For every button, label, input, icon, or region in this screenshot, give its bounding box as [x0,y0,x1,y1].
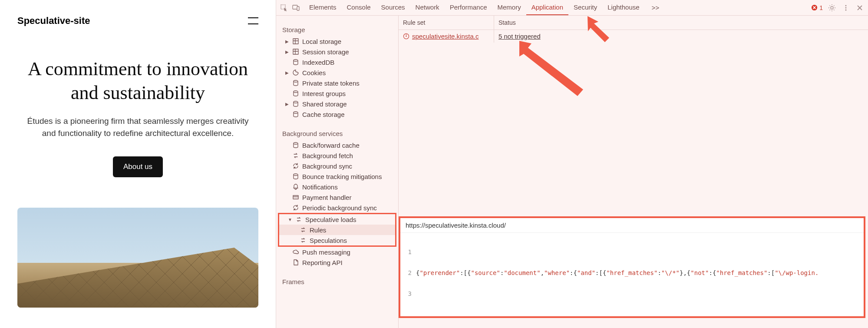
site-hero: A commitment to innovation and sustainab… [17,57,258,177]
code-body[interactable]: 1 2{"prerender":[{"source":"document","w… [400,233,864,316]
sidebar-item-speculative-loads[interactable]: ▼ Speculative loads [279,214,395,225]
tab-lighthouse[interactable]: Lighthouse [602,0,644,15]
sidebar-section-frames: Frames [276,275,398,288]
devtools-tabs: ElementsConsoleSourcesNetworkPerformance… [304,0,645,15]
application-sidebar[interactable]: Storage ▶Local storage▶Session storage▶I… [276,16,399,328]
column-rule-set[interactable]: Rule set [399,16,494,30]
sidebar-item-bounce-tracking-mitigations[interactable]: ▶Bounce tracking mitigations [276,171,398,182]
doc-icon [292,258,300,266]
sidebar-item-notifications[interactable]: ▶Notifications [276,182,398,192]
settings-icon[interactable] [827,3,837,13]
cell-rule-set[interactable]: speculativesite.kinsta.c [399,30,494,43]
sidebar-item-local-storage[interactable]: ▶Local storage [276,36,398,46]
sidebar-item-label: Periodic background sync [302,204,377,212]
tab-sources[interactable]: Sources [376,0,410,15]
sidebar-item-label: Cookies [302,69,326,76]
sidebar-item-cookies[interactable]: ▶Cookies [276,67,398,78]
db-icon [292,89,300,97]
sidebar-item-label: Local storage [302,38,341,45]
sidebar-item-label: Interest groups [302,90,346,97]
grid-icon [292,37,300,45]
swap-icon [292,152,300,159]
error-count-badge[interactable]: 1 [811,4,823,11]
device-toolbar-icon[interactable] [292,3,300,12]
tab-elements[interactable]: Elements [304,0,342,15]
rules-table-row[interactable]: speculativesite.kinsta.c 5 not triggered [399,30,868,43]
site-header: Speculative-site [17,15,258,27]
sidebar-item-label: Session storage [302,48,349,56]
sidebar-item-shared-storage[interactable]: ▶Shared storage [276,99,398,109]
sidebar-item-speculations[interactable]: Speculations [279,235,395,245]
site-logo[interactable]: Speculative-site [17,15,90,27]
kebab-menu-icon[interactable] [841,3,851,13]
db-icon [292,100,300,108]
svg-rect-1 [293,5,297,9]
about-us-button[interactable]: About us [113,156,163,177]
bell-icon [292,183,300,191]
tab-security[interactable]: Security [568,0,602,15]
tabs-overflow-button[interactable]: >> [647,0,665,15]
sidebar-item-label: Cache storage [302,111,345,118]
swap-icon [299,226,307,234]
tab-memory[interactable]: Memory [492,0,526,15]
sidebar-item-label: Rules [310,226,326,234]
application-main: Rule set Status speculativesite.kinsta.c… [399,16,868,328]
column-status[interactable]: Status [494,16,520,30]
sidebar-item-push-messaging[interactable]: ▶Push messaging [276,247,398,257]
swap-icon [295,215,303,223]
sidebar-item-rules[interactable]: Rules [279,225,395,235]
error-count: 1 [819,4,823,11]
devtools-tabbar: ElementsConsoleSourcesNetworkPerformance… [276,0,868,16]
grid-icon [292,48,300,56]
sync-icon [292,162,300,170]
sidebar-item-label: Notifications [302,183,338,191]
sidebar-item-indexeddb[interactable]: ▶IndexedDB [276,57,398,67]
sidebar-item-background-sync[interactable]: ▶Background sync [276,161,398,171]
sidebar-item-label: Background sync [302,162,352,170]
db-icon [292,58,300,66]
rule-set-link[interactable]: speculativesite.kinsta.c [412,33,479,40]
website-pane: Speculative-site A commitment to innovat… [0,0,276,328]
sidebar-section-background-services: Background services [276,127,398,140]
sidebar-item-back-forward-cache[interactable]: ▶Back/forward cache [276,140,398,150]
tab-application[interactable]: Application [526,0,568,15]
svg-rect-2 [297,7,299,10]
sidebar-item-cache-storage[interactable]: ▶Cache storage [276,109,398,119]
close-devtools-icon[interactable] [855,3,865,13]
db-icon [292,172,300,180]
tab-network[interactable]: Network [410,0,445,15]
hamburger-icon[interactable] [248,17,258,24]
cookie-icon [292,69,300,76]
sidebar-item-reporting-api[interactable]: ▶Reporting API [276,257,398,268]
code-line: 2{"prerender":[{"source":"document","whe… [400,269,864,276]
sidebar-item-label: Bounce tracking mitigations [302,173,382,180]
sidebar-item-background-fetch[interactable]: ▶Background fetch [276,150,398,161]
sidebar-item-label: Push messaging [302,248,350,256]
sidebar-item-periodic-background-sync[interactable]: ▶Periodic background sync [276,202,398,213]
sidebar-item-label: Shared storage [302,100,347,108]
db-icon [292,79,300,87]
rules-table-header: Rule set Status [399,16,868,30]
sidebar-item-session-storage[interactable]: ▶Session storage [276,46,398,57]
sidebar-item-interest-groups[interactable]: ▶Interest groups [276,88,398,99]
sidebar-item-payment-handler[interactable]: ▶Payment handler [276,192,398,202]
cloud-icon [292,248,300,256]
svg-point-4 [831,7,833,9]
sidebar-item-label: Background fetch [302,152,353,159]
sidebar-section-storage: Storage [276,23,398,36]
devtools-pane: ElementsConsoleSourcesNetworkPerformance… [276,0,868,328]
inspect-element-icon[interactable] [280,3,288,12]
tab-performance[interactable]: Performance [445,0,492,15]
sidebar-item-private-state-tokens[interactable]: ▶Private state tokens [276,78,398,88]
card-icon [292,193,300,201]
svg-point-9 [406,36,406,36]
hero-image [17,208,258,308]
sidebar-item-label: Speculations [310,237,347,244]
code-line: 3 [400,290,864,297]
db-icon [292,110,300,118]
tab-console[interactable]: Console [342,0,376,15]
db-icon [292,141,300,149]
cell-status[interactable]: 5 not triggered [494,30,545,43]
code-url: https://speculativesite.kinsta.cloud/ [400,218,864,233]
site-subheading: Études is a pioneering firm that seamles… [25,115,251,139]
